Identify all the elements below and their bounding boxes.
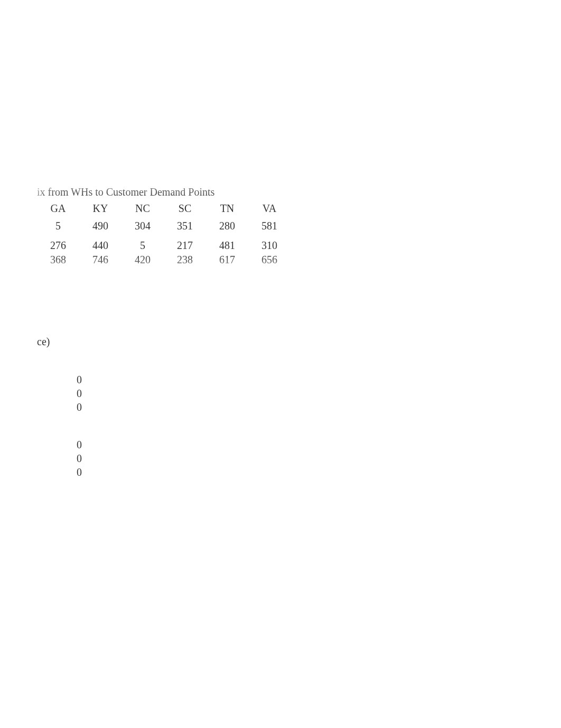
table-cell: 280 bbox=[206, 219, 248, 238]
table-cell: 746 bbox=[79, 253, 121, 267]
zero-value: 0 bbox=[77, 465, 82, 479]
col-header: SC bbox=[164, 201, 206, 219]
col-header: NC bbox=[121, 201, 164, 219]
table-cell: 304 bbox=[121, 219, 164, 238]
table-cell: 581 bbox=[248, 219, 291, 238]
table-cell: 656 bbox=[248, 253, 291, 267]
table-cell: 276 bbox=[37, 238, 79, 253]
table-cell: 5 bbox=[121, 238, 164, 253]
table-cell: 368 bbox=[37, 253, 79, 267]
zero-value: 0 bbox=[77, 373, 82, 386]
col-header: TN bbox=[206, 201, 248, 219]
zeros-column: 0 0 0 0 0 0 bbox=[77, 373, 82, 479]
table-header-row: GA KY NC SC TN VA bbox=[37, 201, 291, 219]
zero-value: 0 bbox=[77, 438, 82, 451]
table-cell: 238 bbox=[164, 253, 206, 267]
table-cell: 490 bbox=[79, 219, 121, 238]
text-fragment: ce) bbox=[37, 336, 50, 348]
table-title: ix from WHs to Customer Demand Points bbox=[37, 186, 291, 198]
table-row: 276 440 5 217 481 310 bbox=[37, 238, 291, 253]
col-header: KY bbox=[79, 201, 121, 219]
zero-value: 0 bbox=[77, 386, 82, 400]
distance-matrix-table: GA KY NC SC TN VA 5 490 304 351 280 581 … bbox=[37, 201, 291, 267]
table-cell: 351 bbox=[164, 219, 206, 238]
table-cell: 5 bbox=[37, 219, 79, 238]
table-cell: 440 bbox=[79, 238, 121, 253]
col-header: VA bbox=[248, 201, 291, 219]
table-cell: 217 bbox=[164, 238, 206, 253]
table-row: 368 746 420 238 617 656 bbox=[37, 253, 291, 267]
table-row: 5 490 304 351 280 581 bbox=[37, 219, 291, 238]
table-cell: 481 bbox=[206, 238, 248, 253]
zero-value: 0 bbox=[77, 400, 82, 414]
col-header: GA bbox=[37, 201, 79, 219]
table-cell: 310 bbox=[248, 238, 291, 253]
table-cell: 617 bbox=[206, 253, 248, 267]
table-cell: 420 bbox=[121, 253, 164, 267]
zero-value: 0 bbox=[77, 451, 82, 465]
